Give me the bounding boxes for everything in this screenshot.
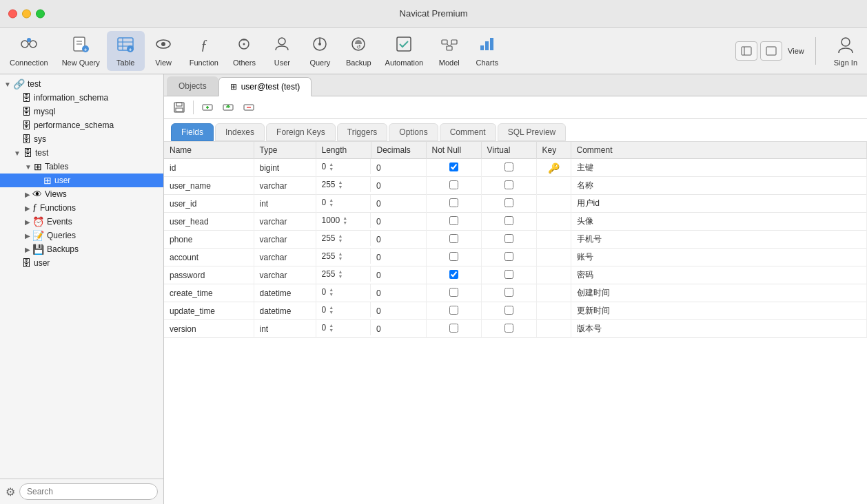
virtual-checkbox[interactable] xyxy=(504,180,513,189)
length-spinner[interactable]: ▲▼ xyxy=(338,251,343,261)
length-spinner[interactable]: ▲▼ xyxy=(338,180,343,189)
sidebar-item-views[interactable]: ▶ 👁 Views xyxy=(0,187,163,201)
table-row[interactable]: passwordvarchar255▲▼0密码 xyxy=(164,266,867,284)
save-button[interactable] xyxy=(170,99,189,116)
not-null-checkbox[interactable] xyxy=(449,198,458,207)
tab-foreign-keys[interactable]: Foreign Keys xyxy=(266,123,336,141)
not-null-checkbox[interactable] xyxy=(449,252,458,261)
toolbar-new-query[interactable]: + New Query xyxy=(55,31,107,71)
length-spinner[interactable]: ▲▼ xyxy=(329,305,334,315)
toolbar-backup[interactable]: ↺ Backup xyxy=(339,31,378,71)
toolbar-others[interactable]: Others xyxy=(225,31,263,71)
sidebar-item-label: performance_schema xyxy=(34,120,114,130)
field-name-cell: phone xyxy=(164,231,254,249)
tab-fields[interactable]: Fields xyxy=(171,123,214,141)
virtual-checkbox[interactable] xyxy=(504,234,513,243)
signin-button[interactable]: Sign In xyxy=(827,32,864,70)
maximize-button[interactable] xyxy=(36,9,45,18)
sidebar-settings-icon[interactable]: ⚙ xyxy=(6,485,15,498)
tab-triggers-label: Triggers xyxy=(347,127,378,137)
length-spinner[interactable]: ▲▼ xyxy=(338,269,343,279)
sidebar-item-tables[interactable]: ▼ ⊞ Tables xyxy=(0,160,163,174)
table-row[interactable]: accountvarchar255▲▼0账号 xyxy=(164,249,867,266)
virtual-checkbox[interactable] xyxy=(504,216,513,225)
table-row[interactable]: user_namevarchar255▲▼0名称 xyxy=(164,177,867,195)
sidebar-item-mysql[interactable]: ▶ 🗄 mysql xyxy=(0,105,163,118)
virtual-checkbox[interactable] xyxy=(504,288,513,297)
view-nosidebar-btn[interactable] xyxy=(760,41,782,61)
add-field-button[interactable] xyxy=(198,99,217,116)
toolbar-user[interactable]: User xyxy=(263,31,301,71)
table-row[interactable]: phonevarchar255▲▼0手机号 xyxy=(164,231,867,249)
virtual-checkbox[interactable] xyxy=(504,198,513,207)
sidebar-item-test-db[interactable]: ▼ 🗄 test xyxy=(0,146,163,160)
field-name-cell: user_head xyxy=(164,213,254,231)
model-label: Model xyxy=(439,59,460,67)
virtual-checkbox[interactable] xyxy=(504,162,513,171)
sidebar-item-events[interactable]: ▶ ⏰ Events xyxy=(0,215,163,229)
sidebar-item-queries[interactable]: ▶ 📝 Queries xyxy=(0,229,163,242)
database-icon: 🗄 xyxy=(21,134,31,145)
length-spinner[interactable]: ▲▼ xyxy=(343,216,347,225)
virtual-checkbox[interactable] xyxy=(504,324,513,333)
delete-field-button[interactable] xyxy=(239,99,258,116)
toolbar-connection[interactable]: Connection xyxy=(3,31,55,71)
toolbar-automation[interactable]: Automation xyxy=(378,31,431,71)
others-label: Others xyxy=(233,59,256,67)
table-row[interactable]: idbigint0▲▼0🔑主键 xyxy=(164,159,867,177)
sidebar-item-functions[interactable]: ▶ ƒ Functions xyxy=(0,201,163,215)
tab-comment-label: Comment xyxy=(450,127,486,137)
tab-options[interactable]: Options xyxy=(389,123,438,141)
table-row[interactable]: update_timedatetime0▲▼0更新时间 xyxy=(164,302,867,320)
table-row[interactable]: create_timedatetime0▲▼0创建时间 xyxy=(164,284,867,302)
insert-field-button[interactable] xyxy=(218,99,238,116)
toolbar-model[interactable]: Model xyxy=(430,31,468,71)
sidebar-item-user-table[interactable]: ▶ ⊞ user xyxy=(0,174,163,187)
tab-sql-preview[interactable]: SQL Preview xyxy=(498,123,567,141)
virtual-checkbox[interactable] xyxy=(504,270,513,279)
length-spinner[interactable]: ▲▼ xyxy=(329,162,334,171)
virtual-checkbox[interactable] xyxy=(504,252,513,261)
search-input[interactable] xyxy=(19,483,158,500)
sidebar-item-information-schema[interactable]: ▶ 🗄 information_schema xyxy=(0,91,163,105)
not-null-checkbox[interactable] xyxy=(449,324,458,333)
tab-triggers[interactable]: Triggers xyxy=(337,123,388,141)
sidebar-item-backups[interactable]: ▶ 💾 Backups xyxy=(0,242,163,256)
length-spinner[interactable]: ▲▼ xyxy=(329,198,334,207)
tab-objects[interactable]: Objects xyxy=(167,76,218,96)
toolbar-view[interactable]: View xyxy=(145,31,183,71)
toolbar-table[interactable]: + Table xyxy=(107,31,145,71)
not-null-checkbox[interactable] xyxy=(449,270,458,279)
length-spinner[interactable]: ▲▼ xyxy=(329,287,334,297)
table-row[interactable]: user_headvarchar1000▲▼0头像 xyxy=(164,213,867,231)
field-not-null-cell xyxy=(426,284,481,302)
sidebar-item-performance-schema[interactable]: ▶ 🗄 performance_schema xyxy=(0,118,163,132)
not-null-checkbox[interactable] xyxy=(449,306,458,315)
toolbar-query[interactable]: Query xyxy=(301,31,339,71)
not-null-checkbox[interactable] xyxy=(449,234,458,243)
not-null-checkbox[interactable] xyxy=(449,288,458,297)
length-spinner[interactable]: ▲▼ xyxy=(329,323,334,333)
minimize-button[interactable] xyxy=(22,9,31,18)
signin-label: Sign In xyxy=(834,59,857,67)
length-spinner[interactable]: ▲▼ xyxy=(338,233,343,243)
tab-user-table[interactable]: ⊞ user@test (test) xyxy=(218,77,312,96)
view-sidebar-btn[interactable] xyxy=(735,41,757,61)
sidebar-item-test-root[interactable]: ▼ 🔗 test xyxy=(0,77,163,91)
toolbar-function[interactable]: ƒ Function xyxy=(183,31,225,71)
field-virtual-cell xyxy=(481,213,536,231)
close-button[interactable] xyxy=(8,9,17,18)
virtual-checkbox[interactable] xyxy=(504,306,513,315)
tab-indexes[interactable]: Indexes xyxy=(215,123,265,141)
not-null-checkbox[interactable] xyxy=(449,180,458,189)
not-null-checkbox[interactable] xyxy=(449,162,458,171)
tab-comment[interactable]: Comment xyxy=(440,123,496,141)
field-type-cell: int xyxy=(254,320,316,338)
user-icon xyxy=(272,34,292,56)
sidebar-item-user-schema[interactable]: ▶ 🗄 user xyxy=(0,256,163,270)
toolbar-charts[interactable]: Charts xyxy=(468,31,506,71)
table-row[interactable]: versionint0▲▼0版本号 xyxy=(164,320,867,338)
table-row[interactable]: user_idint0▲▼0用户id xyxy=(164,195,867,213)
sidebar-item-sys[interactable]: ▶ 🗄 sys xyxy=(0,132,163,146)
not-null-checkbox[interactable] xyxy=(449,216,458,225)
